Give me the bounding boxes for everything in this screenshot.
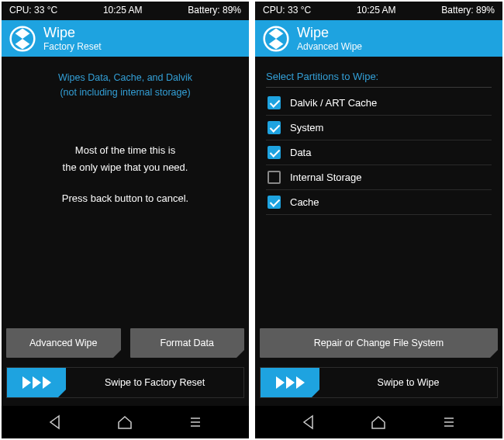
partition-row[interactable]: Cache (266, 190, 492, 215)
partition-label: System (290, 122, 323, 133)
screen-advanced-wipe: CPU: 33 °C 10:25 AM Battery: 89% Wipe Ad… (255, 2, 502, 438)
checkbox-icon[interactable] (268, 171, 281, 184)
header: Wipe Advanced Wipe (255, 20, 502, 57)
page-title: Wipe (297, 25, 362, 41)
nav-menu-icon[interactable] (441, 414, 457, 430)
nav-bar (255, 406, 502, 438)
swipe-wipe[interactable]: Swipe to Wipe (260, 367, 498, 398)
swipe-handle-icon[interactable] (7, 368, 66, 397)
status-bar: CPU: 33 °C 10:25 AM Battery: 89% (2, 2, 249, 20)
nav-home-icon[interactable] (117, 414, 133, 430)
partition-row[interactable]: Dalvik / ART Cache (266, 91, 492, 116)
twrp-logo-icon (9, 26, 36, 52)
page-title: Wipe (43, 25, 102, 41)
status-cpu: CPU: 33 °C (263, 5, 311, 16)
page-subtitle: Factory Reset (43, 41, 102, 52)
help-text-top: Wipes Data, Cache, and Dalvik (not inclu… (12, 71, 238, 100)
header: Wipe Factory Reset (2, 20, 249, 57)
status-battery: Battery: 89% (188, 5, 241, 16)
checkbox-icon[interactable] (268, 196, 281, 209)
status-time: 10:25 AM (103, 5, 143, 16)
swipe-label: Swipe to Factory Reset (66, 368, 243, 397)
partition-row[interactable]: Internal Storage (266, 165, 492, 190)
advanced-wipe-button[interactable]: Advanced Wipe (6, 328, 121, 358)
status-cpu: CPU: 33 °C (9, 5, 57, 16)
partition-label: Data (290, 147, 311, 158)
swipe-label: Swipe to Wipe (319, 368, 497, 397)
page-subtitle: Advanced Wipe (297, 41, 362, 52)
partition-label: Internal Storage (290, 171, 362, 183)
twrp-logo-icon (263, 26, 289, 52)
swipe-factory-reset[interactable]: Swipe to Factory Reset (6, 367, 244, 398)
help-text-mid: Most of the time this is the only wipe t… (12, 142, 238, 207)
status-battery: Battery: 89% (441, 5, 495, 16)
checkbox-icon[interactable] (268, 121, 281, 134)
repair-filesystem-button[interactable]: Repair or Change File System (260, 328, 498, 358)
status-time: 10:25 AM (357, 5, 396, 16)
section-label: Select Partitions to Wipe: (266, 71, 492, 88)
swipe-handle-icon[interactable] (261, 368, 319, 397)
checkbox-icon[interactable] (268, 96, 281, 109)
partition-label: Dalvik / ART Cache (290, 97, 377, 109)
checkbox-icon[interactable] (268, 146, 281, 159)
screen-factory-reset: CPU: 33 °C 10:25 AM Battery: 89% Wipe Fa… (2, 2, 249, 438)
format-data-button[interactable]: Format Data (130, 328, 245, 358)
nav-home-icon[interactable] (371, 414, 386, 430)
nav-bar (2, 406, 249, 438)
status-bar: CPU: 33 °C 10:25 AM Battery: 89% (255, 2, 502, 20)
nav-menu-icon[interactable] (188, 414, 203, 430)
partition-row[interactable]: Data (266, 140, 492, 165)
nav-back-icon[interactable] (47, 414, 63, 430)
nav-back-icon[interactable] (301, 414, 316, 430)
partition-label: Cache (290, 196, 319, 208)
partition-row[interactable]: System (266, 116, 492, 140)
